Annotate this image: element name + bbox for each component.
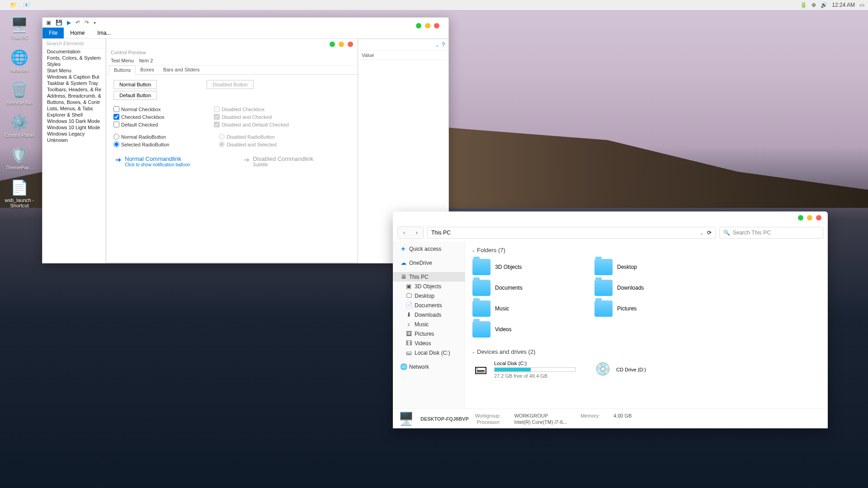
default-button[interactable]: Default Button [113,91,157,100]
sidebar-item[interactable]: Unknown [42,137,105,143]
icon: 📄 [10,178,28,197]
nav-item[interactable]: 📄Documents [393,300,465,310]
sidebar-item[interactable]: Windows 10 Light Mode [42,124,105,131]
sidebar-item[interactable]: Lists, Menus, & Tabs [42,105,105,112]
sidebar-item[interactable]: Windows & Caption But [42,74,105,80]
label: Recycle Bin [6,100,33,105]
disabled-button: Disabled Button [207,80,254,89]
menu-item[interactable]: Item 2 [139,58,153,63]
folder-item[interactable]: Pictures [594,300,702,318]
folder-item[interactable]: Downloads [594,279,702,297]
label: wsb_launch - Shortcut [4,197,35,208]
normal-button[interactable]: Normal Button [113,80,157,89]
maximize-icon[interactable] [339,42,344,47]
checkbox-checked[interactable]: Checked Checkbox [113,114,164,120]
desktop-icon[interactable]: 🖥️This PC [4,16,35,40]
redo-icon[interactable]: ↷ [85,19,89,26]
nav-quick-access[interactable]: ★Quick access [393,244,465,253]
checkbox-normal[interactable]: Normal Checkbox [113,106,164,112]
radio-normal[interactable]: Normal RadioButton [113,134,169,140]
nav-onedrive[interactable]: ☁OneDrive [393,258,465,267]
label: This PC [10,35,28,40]
undo-icon[interactable]: ↶ [75,19,80,26]
sidebar-item[interactable]: Windows 10 Dark Mode [42,118,105,124]
back-button[interactable]: ‹ [398,227,410,239]
chevron-down-icon[interactable]: ⌄ [700,230,703,235]
address-bar[interactable]: This PC ⌄ ⟳ [427,227,716,239]
folder-item[interactable]: Documents [472,279,580,297]
sidebar-item[interactable]: Explorer & Shell [42,112,105,118]
refresh-icon[interactable]: ⟳ [707,230,712,236]
notification-icon[interactable]: ▭ [859,2,864,8]
sidebar-item[interactable]: Address, Breadcrumb, & [42,93,105,99]
breadcrumb[interactable]: This PC [431,230,451,236]
sidebar-item[interactable]: Taskbar & System Tray [42,80,105,86]
help-icon[interactable]: ? [442,42,445,48]
drive-cd[interactable]: 💿 CD Drive (D:) [594,361,702,379]
sidebar-item[interactable]: Windows Legacy [42,131,105,137]
sidebar-item[interactable]: Buttons, Boxes, & Contr [42,99,105,105]
group-folders[interactable]: ⌄Folders (7) [472,245,821,255]
commandlink-normal[interactable]: ➔ Normal Commandlink Click to show notif… [113,154,192,169]
folder-item[interactable]: 3D Objects [472,258,580,276]
tab-file[interactable]: File [42,28,64,38]
forward-button[interactable]: › [410,227,423,239]
desktop-icon[interactable]: 🌐Network [4,48,35,73]
menu-item[interactable]: Test Menu [111,58,134,63]
folder-icon [472,321,491,338]
save-icon[interactable]: 💾 [56,19,62,26]
dropdown-icon[interactable]: ▾ [94,20,96,25]
nav-item[interactable]: 🖴Local Disk (C:) [393,348,465,357]
folder-item[interactable]: Music [472,300,580,318]
close-icon[interactable] [348,42,353,47]
maximize-icon[interactable] [807,215,812,221]
tab-home[interactable]: Home [64,28,91,38]
sidebar-item[interactable]: Fonts, Colors, & System [42,55,105,61]
tab-image[interactable]: Ima... [91,28,117,38]
drive-local-disk[interactable]: 🖴 Local Disk (C:) 27.2 GB free of 49.4 G… [472,361,580,379]
nav-item[interactable]: 🖼Pictures [393,329,465,338]
control-preview-window: ▣ 💾 ▶ ↶ ↷ ▾ File Home Ima... Search Elem… [42,17,449,263]
navigation-pane: ★Quick access ☁OneDrive 🖥This PC ▣3D Obj… [393,241,465,408]
minimize-icon[interactable] [330,42,335,47]
desktop-icon[interactable]: 🗑️Recycle Bin [4,81,35,105]
folder-item[interactable]: Videos [472,320,580,338]
desktop-icon[interactable]: 🛡️ThemePac... [4,146,35,170]
nav-this-pc[interactable]: 🖥This PC [393,272,465,282]
preview-subtabs: Buttons Boxes Bars and Sliders [106,66,358,75]
nav-item[interactable]: ♪Music [393,319,465,329]
clock[interactable]: 12:24 AM [832,2,855,8]
pc-icon: 🖥️ [398,411,414,426]
menubar-app-icon[interactable]: 📧 [23,2,30,8]
menubar-app-icon[interactable]: 📁 [10,2,17,8]
tab-bars[interactable]: Bars and Sliders [159,66,204,74]
sidebar-item[interactable]: Styles [42,61,105,67]
network-icon[interactable]: ⊕ [811,2,816,8]
checkbox-default[interactable]: Default Checked [113,122,164,127]
sidebar-item[interactable]: Start Menu [42,67,105,74]
nav-item[interactable]: 🎞Videos [393,338,465,348]
label: Network [10,67,28,73]
battery-icon[interactable]: 🔋 [800,2,807,8]
close-icon[interactable] [816,215,821,221]
tab-boxes[interactable]: Boxes [136,66,159,74]
nav-network[interactable]: 🌐Network [393,362,465,371]
search-input[interactable]: 🔍 Search This PC [719,227,823,239]
group-drives[interactable]: ⌄Devices and drives (2) [472,347,821,357]
minimize-icon[interactable] [798,215,803,221]
chevron-down-icon[interactable]: ⌄ [435,42,439,47]
desktop-icon[interactable]: ⚙️Control Panel [4,113,35,138]
cloud-icon: ☁ [400,259,406,266]
sidebar-item[interactable]: Toolbars, Headers, & Re [42,86,105,93]
folder-item[interactable]: Desktop [594,258,702,276]
volume-icon[interactable]: 🔊 [821,2,827,8]
sidebar-item[interactable]: Documentation [42,48,105,55]
nav-item[interactable]: 🖵Desktop [393,291,465,300]
tab-buttons[interactable]: Buttons [109,66,136,75]
desktop-icon[interactable]: 📄wsb_launch - Shortcut [4,178,35,208]
nav-item[interactable]: ▣3D Objects [393,282,465,291]
radio-selected[interactable]: Selected RadioButton [113,141,169,147]
nav-item[interactable]: ⬇Downloads [393,310,465,319]
play-icon[interactable]: ▶ [67,19,71,26]
search-input[interactable]: Search Elements [42,39,105,48]
